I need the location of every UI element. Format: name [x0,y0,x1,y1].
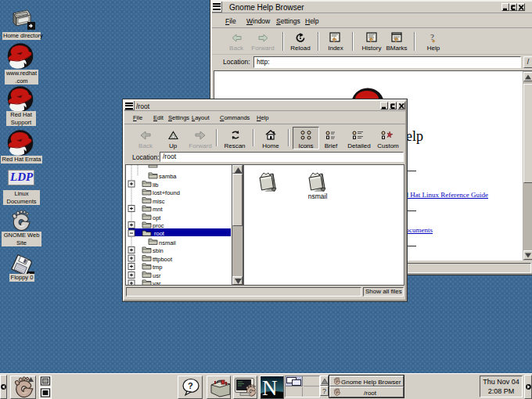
svg-text:usr: usr [153,272,161,279]
svg-text:samba: samba [159,173,177,180]
svg-text:root: root [154,230,165,237]
svg-text:proc: proc [153,222,164,229]
svg-text:nsmail: nsmail [159,239,176,246]
svg-text:lib: lib [153,182,159,189]
svg-text:var: var [153,280,161,285]
svg-text:opt: opt [153,214,161,221]
svg-text:tftpboot: tftpboot [153,256,173,263]
svg-text:N: N [262,376,278,398]
svg-text:sbin: sbin [153,247,164,254]
svg-text:lost+found: lost+found [153,189,180,196]
svg-text:?: ? [188,381,193,390]
svg-text:misc: misc [153,198,165,205]
svg-text:tmp: tmp [153,264,163,271]
svg-text:mnt: mnt [153,206,163,213]
